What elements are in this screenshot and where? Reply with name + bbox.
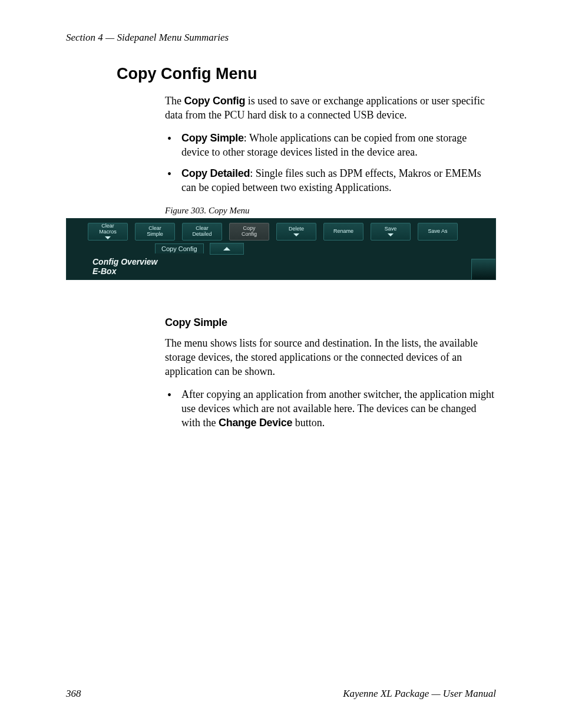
- feature-list: Copy Simple: Whole applications can be c…: [165, 131, 496, 195]
- config-overview-label: Config Overview: [92, 257, 495, 266]
- panel-edge: [471, 259, 495, 279]
- list-item: Copy Detailed: Single files such as DPM …: [165, 166, 496, 195]
- collapse-button[interactable]: [210, 243, 244, 255]
- page-title: Copy Config Menu: [117, 65, 496, 83]
- intro-paragraph: The Copy Config is used to save or excha…: [165, 94, 496, 123]
- menu-button-clear-detailed[interactable]: ClearDetailed: [182, 223, 222, 241]
- menu-button-copy-config[interactable]: CopyConfig: [229, 223, 269, 241]
- chevron-down-icon: [105, 236, 111, 239]
- chevron-up-icon: [223, 247, 230, 251]
- footer-title: Kayenne XL Package — User Manual: [343, 688, 496, 700]
- running-header: Section 4 — Sidepanel Menu Summaries: [66, 32, 496, 44]
- tab-copy-config[interactable]: Copy Config: [155, 243, 204, 253]
- menu-button-clear-simple[interactable]: ClearSimple: [135, 223, 175, 241]
- list-item: Copy Simple: Whole applications can be c…: [165, 131, 496, 160]
- figure-copy-menu: ClearMacrosClearSimpleClearDetailedCopyC…: [66, 218, 496, 280]
- term-copy-config: Copy Config: [184, 95, 245, 107]
- ebox-label: E-Box: [92, 266, 495, 276]
- page-number: 368: [66, 688, 81, 700]
- menu-button-save-as[interactable]: Save As: [418, 223, 458, 241]
- term-change-device: Change Device: [219, 417, 292, 429]
- menu-button-delete[interactable]: Delete: [276, 223, 316, 241]
- subsection-heading: Copy Simple: [165, 317, 496, 329]
- figure-caption: Figure 303. Copy Menu: [165, 206, 496, 216]
- chevron-down-icon: [293, 233, 299, 236]
- menu-button-save[interactable]: Save: [371, 223, 411, 241]
- subsection-paragraph: The menu shows lists for source and dest…: [165, 336, 496, 379]
- list-item: After copying an application from anothe…: [165, 387, 496, 430]
- menu-button-rename[interactable]: Rename: [323, 223, 363, 241]
- menu-button-clear-macros[interactable]: ClearMacros: [88, 223, 128, 241]
- chevron-down-icon: [388, 233, 394, 236]
